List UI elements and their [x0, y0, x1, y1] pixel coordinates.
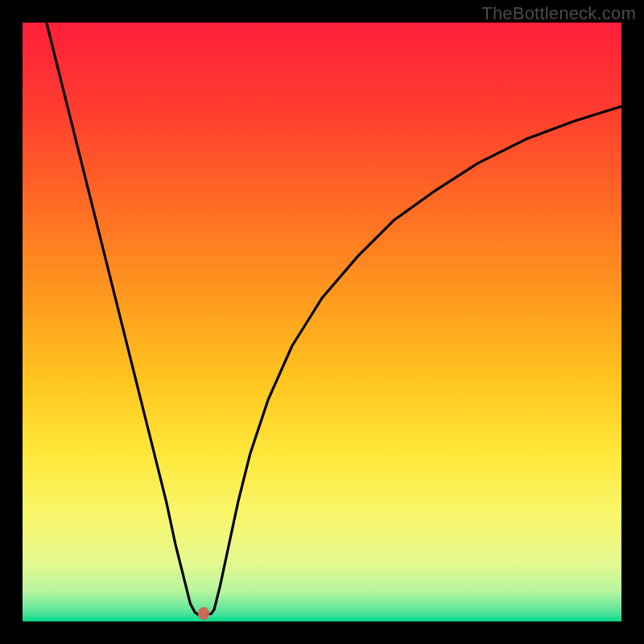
curve-layer [23, 23, 621, 621]
optimal-point-marker [198, 607, 209, 620]
bottleneck-curve-path [47, 23, 621, 614]
chart-frame: TheBottleneck.com [0, 0, 644, 644]
watermark-text: TheBottleneck.com [481, 3, 636, 24]
plot-area [23, 23, 621, 621]
